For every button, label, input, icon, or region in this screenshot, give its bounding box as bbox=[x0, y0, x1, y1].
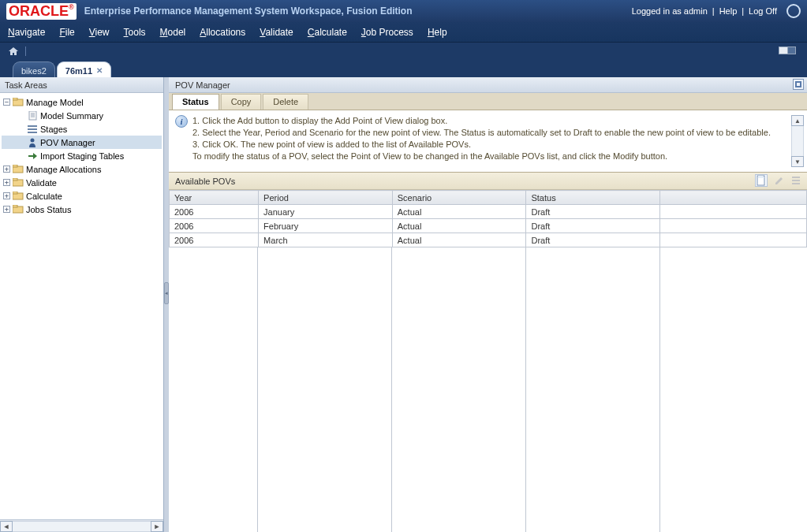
table-cell: Actual bbox=[392, 205, 526, 219]
tab-label: bikes2 bbox=[21, 66, 47, 76]
scroll-track[interactable] bbox=[791, 126, 804, 156]
close-icon[interactable]: ✕ bbox=[96, 66, 103, 75]
separator bbox=[25, 47, 26, 56]
toolbar bbox=[0, 43, 807, 60]
subtab-copy[interactable]: Copy bbox=[221, 94, 262, 110]
doc-tab-76m11[interactable]: 76m11 ✕ bbox=[57, 61, 111, 77]
svg-rect-13 bbox=[13, 178, 17, 180]
subtab-delete[interactable]: Delete bbox=[263, 94, 308, 110]
instructions-panel: i 1. Click the Add button to display the… bbox=[169, 110, 807, 173]
collapse-icon[interactable]: − bbox=[3, 99, 10, 106]
task-tree: − Manage Model Model Summary Stages POV … bbox=[0, 93, 163, 519]
col-header-scenario[interactable]: Scenario bbox=[392, 191, 526, 205]
menu-view[interactable]: View bbox=[89, 27, 110, 38]
splitter-handle[interactable]: ◂ bbox=[164, 77, 169, 532]
grid-toolbar bbox=[755, 174, 802, 187]
document-tab-row: bikes2 76m11 ✕ bbox=[0, 60, 807, 77]
splitter-grip-icon[interactable]: ◂ bbox=[164, 282, 169, 304]
table-cell: Draft bbox=[526, 233, 660, 247]
col-header-period[interactable]: Period bbox=[259, 191, 393, 205]
tree-node-manage-allocations[interactable]: + Manage Allocations bbox=[2, 162, 162, 176]
header-right: Logged in as admin | Help | Log Off bbox=[632, 4, 801, 18]
home-icon[interactable] bbox=[8, 47, 19, 56]
instruction-line: To modify the status of a POV, select th… bbox=[192, 151, 783, 162]
app-header: ORACLE® Enterprise Performance Managemen… bbox=[0, 0, 807, 22]
table-row[interactable]: 2006FebruaryActualDraft bbox=[170, 219, 807, 233]
menu-validate[interactable]: Validate bbox=[260, 27, 293, 38]
table-cell: Actual bbox=[392, 219, 526, 233]
person-icon bbox=[27, 138, 38, 147]
menu-calculate[interactable]: Calculate bbox=[308, 27, 347, 38]
expand-icon[interactable]: + bbox=[3, 179, 10, 186]
subtab-status[interactable]: Status bbox=[172, 94, 219, 110]
import-icon bbox=[27, 151, 38, 161]
maximize-icon[interactable] bbox=[793, 79, 804, 90]
subtab-label: Delete bbox=[273, 97, 298, 106]
table-row[interactable]: 2006MarchActualDraft bbox=[170, 233, 807, 247]
menu-help[interactable]: Help bbox=[428, 27, 447, 38]
edit-button[interactable] bbox=[772, 174, 785, 187]
menu-model[interactable]: Model bbox=[160, 27, 186, 38]
pov-table: Year Period Scenario Status 2006JanuaryA… bbox=[169, 190, 807, 247]
svg-rect-15 bbox=[13, 192, 17, 194]
menu-tools[interactable]: Tools bbox=[124, 27, 146, 38]
tree-node-pov-manager[interactable]: POV Manager bbox=[2, 136, 162, 149]
help-link[interactable]: Help bbox=[719, 6, 738, 16]
table-row[interactable]: 2006JanuaryActualDraft bbox=[170, 205, 807, 219]
table-cell: January bbox=[259, 205, 393, 219]
table-cell bbox=[660, 233, 807, 247]
menu-file[interactable]: File bbox=[59, 27, 74, 38]
tree-node-model-summary[interactable]: Model Summary bbox=[2, 109, 162, 122]
document-icon bbox=[27, 111, 38, 121]
logoff-link[interactable]: Log Off bbox=[749, 6, 777, 16]
tree-node-stages[interactable]: Stages bbox=[2, 122, 162, 136]
expand-icon[interactable]: + bbox=[3, 206, 10, 213]
scroll-left-icon[interactable]: ◄ bbox=[0, 521, 13, 532]
instructions-text: 1. Click the Add button to display the A… bbox=[192, 115, 786, 167]
col-header-status[interactable]: Status bbox=[526, 191, 660, 205]
oracle-ring-icon bbox=[786, 4, 801, 18]
tree-node-calculate[interactable]: + Calculate bbox=[2, 189, 162, 203]
pov-grid: Year Period Scenario Status 2006JanuaryA… bbox=[169, 190, 807, 532]
main-title-label: POV Manager bbox=[175, 80, 230, 90]
scroll-up-icon[interactable]: ▲ bbox=[791, 115, 804, 126]
table-cell bbox=[660, 205, 807, 219]
instruction-line: 2. Select the Year, Period and Scenario … bbox=[192, 127, 783, 139]
instruction-line: 1. Click the Add button to display the A… bbox=[192, 115, 783, 127]
expand-icon[interactable]: + bbox=[3, 192, 10, 199]
subtab-label: Copy bbox=[231, 97, 252, 106]
table-cell: February bbox=[259, 219, 393, 233]
menu-job-process[interactable]: Job Process bbox=[361, 27, 413, 38]
sidebar-hscrollbar[interactable]: ◄ ► bbox=[0, 519, 163, 532]
tree-node-manage-model[interactable]: − Manage Model bbox=[2, 95, 162, 109]
col-header-year[interactable]: Year bbox=[170, 191, 259, 205]
app-title: Enterprise Performance Management System… bbox=[84, 6, 413, 17]
scroll-right-icon[interactable]: ► bbox=[151, 521, 163, 532]
window-layout-icon[interactable] bbox=[779, 47, 796, 54]
grid-title-bar: Available POVs bbox=[169, 173, 807, 190]
instructions-vscrollbar[interactable]: ▲ ▼ bbox=[791, 115, 804, 167]
table-cell: 2006 bbox=[170, 205, 259, 219]
scroll-down-icon[interactable]: ▼ bbox=[791, 156, 804, 167]
logged-in-label: Logged in as admin bbox=[632, 6, 708, 16]
subtab-bar: Status Copy Delete bbox=[169, 93, 807, 110]
tree-node-jobs-status[interactable]: + Jobs Status bbox=[2, 203, 162, 216]
scroll-track[interactable] bbox=[13, 521, 151, 532]
table-cell bbox=[660, 219, 807, 233]
col-header-empty[interactable] bbox=[660, 191, 807, 205]
oracle-logo: ORACLE® bbox=[6, 3, 77, 20]
add-button[interactable] bbox=[755, 174, 768, 187]
svg-rect-19 bbox=[792, 177, 800, 178]
expand-icon[interactable]: + bbox=[3, 166, 10, 173]
tree-label: Import Staging Tables bbox=[40, 151, 124, 161]
tree-node-validate[interactable]: + Validate bbox=[2, 176, 162, 189]
menu-navigate[interactable]: Navigate bbox=[8, 27, 45, 38]
doc-tab-bikes2[interactable]: bikes2 bbox=[13, 61, 55, 77]
grid-title-label: Available POVs bbox=[175, 177, 235, 186]
folder-icon bbox=[13, 192, 24, 201]
grid-menu-icon[interactable] bbox=[790, 174, 802, 187]
stages-icon bbox=[27, 125, 38, 134]
tree-label: Manage Model bbox=[26, 98, 84, 107]
menu-allocations[interactable]: Allocations bbox=[200, 27, 245, 38]
tree-node-import-staging[interactable]: Import Staging Tables bbox=[2, 149, 162, 162]
